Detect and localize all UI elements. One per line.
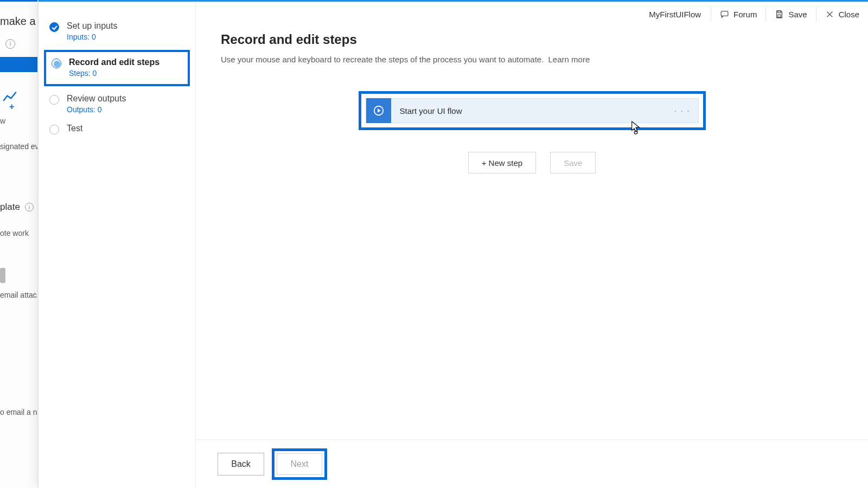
start-flow-label: Start your UI flow bbox=[391, 106, 667, 115]
info-icon: i bbox=[25, 203, 34, 211]
description-text: Use your mouse and keyboard to recreate … bbox=[221, 55, 544, 64]
back-button-wrap: Back bbox=[218, 453, 264, 476]
background-page: make a flo i + w signated even plate i o… bbox=[0, 0, 38, 488]
info-icon: i bbox=[5, 39, 15, 49]
wizard-step-outputs[interactable]: Review outputs Outputs: 0 bbox=[39, 89, 195, 119]
main-content: Record and edit steps Use your mouse and… bbox=[196, 2, 868, 439]
card-more-menu[interactable]: · · · bbox=[667, 106, 698, 115]
svg-point-7 bbox=[634, 131, 637, 134]
step-pending-icon bbox=[49, 125, 59, 134]
bg-text-fragment: email attac bbox=[0, 291, 37, 299]
next-button: Next bbox=[277, 453, 322, 475]
bg-text-fragment: o email a ne bbox=[0, 408, 38, 416]
step-subtitle: Steps: 0 bbox=[69, 69, 188, 78]
ui-flow-panel: MyFirstUIFlow Forum Save Close Set up in… bbox=[38, 0, 868, 488]
svg-marker-6 bbox=[378, 108, 381, 112]
bg-button-fragment bbox=[0, 268, 5, 283]
step-title: Review outputs bbox=[67, 94, 195, 104]
bg-text-fragment: signated even bbox=[0, 142, 38, 151]
play-record-icon bbox=[366, 98, 391, 123]
wizard-sidebar: Set up inputs Inputs: 0 Record and edit … bbox=[39, 2, 196, 488]
action-row: + New step Save bbox=[218, 152, 846, 174]
bg-selected-nav bbox=[0, 57, 38, 72]
page-description: Use your mouse and keyboard to recreate … bbox=[221, 55, 846, 64]
step-pending-icon bbox=[49, 95, 59, 105]
new-step-button[interactable]: + New step bbox=[468, 152, 536, 174]
step-title: Test bbox=[67, 124, 195, 133]
bg-text-fragment: make a flo bbox=[0, 15, 38, 28]
step-subtitle: Outputs: 0 bbox=[67, 105, 195, 114]
wizard-step-test[interactable]: Test bbox=[39, 119, 195, 139]
step-title: Set up inputs bbox=[67, 21, 195, 31]
step-complete-icon bbox=[49, 22, 59, 32]
bg-text-fragment: w bbox=[0, 117, 5, 125]
plus-icon: + bbox=[9, 102, 14, 112]
step-title: Record and edit steps bbox=[69, 57, 188, 67]
start-flow-card[interactable]: Start your UI flow · · · bbox=[366, 98, 699, 123]
bg-text-fragment: plate bbox=[0, 202, 20, 213]
save-flow-button: Save bbox=[550, 152, 596, 174]
page-title: Record and edit steps bbox=[221, 32, 846, 47]
learn-more-link[interactable]: Learn more bbox=[548, 55, 590, 64]
wizard-step-record[interactable]: Record and edit steps Steps: 0 bbox=[44, 50, 190, 86]
step-subtitle: Inputs: 0 bbox=[67, 33, 195, 41]
bg-accent-bar bbox=[0, 0, 38, 2]
step-active-icon bbox=[52, 59, 61, 68]
panel-footer: Back Next bbox=[196, 439, 868, 488]
wizard-step-inputs[interactable]: Set up inputs Inputs: 0 bbox=[39, 17, 195, 47]
next-button-highlight: Next bbox=[272, 448, 327, 480]
back-button[interactable]: Back bbox=[218, 453, 264, 476]
start-flow-highlight: Start your UI flow · · · bbox=[359, 91, 706, 130]
bg-text-fragment: ote work bbox=[0, 229, 29, 237]
